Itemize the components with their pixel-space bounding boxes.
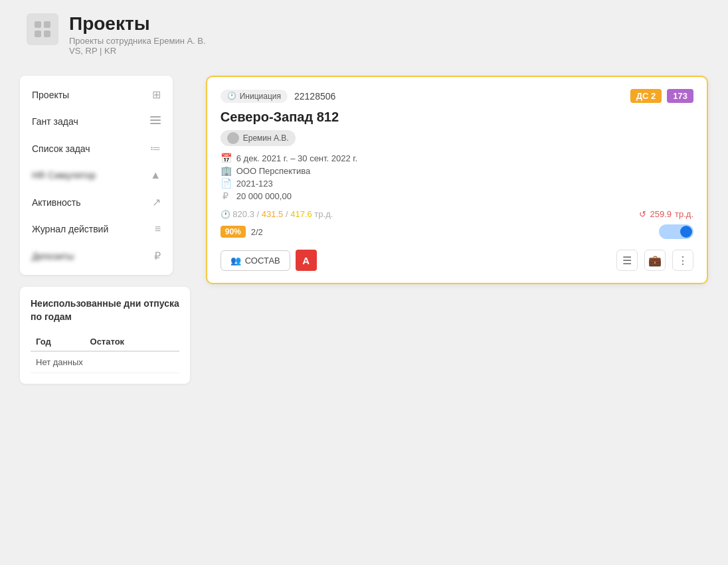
status-badge: 🕐 Инициация (221, 90, 288, 103)
svg-rect-2 (35, 31, 41, 37)
badge-ds: ДС 2 (630, 89, 662, 103)
card-footer-row: 👥 СОСТАВ A ☰ 💼 ⋮ (221, 250, 693, 271)
toggle-thumb (680, 226, 692, 238)
detail-amount: ₽ 20 000 000,00 (221, 191, 693, 201)
briefcase-button[interactable]: 💼 (644, 250, 666, 271)
card-header-row: 🕐 Инициация 22128506 ДС 2 173 (221, 89, 693, 103)
page-title: Проекты (69, 13, 206, 35)
assignee-chip: Еремин А.В. (221, 130, 296, 146)
sidebar-nav: Проекты ⊞ Гант задач Сп (20, 76, 173, 275)
header-icon (27, 13, 58, 45)
col-balance: Остаток (85, 333, 179, 351)
pct-badge: 90% (221, 226, 246, 238)
list-icon: ≔ (150, 142, 161, 155)
people-icon: 👥 (230, 256, 241, 266)
calendar-icon: 📅 (221, 153, 231, 163)
progress-left: 90% 2/2 (221, 226, 263, 238)
vacation-section: Неиспользованные дни отпускапо годам Год… (20, 287, 190, 384)
sidebar-item-deposits[interactable]: Депозиты ₽ (20, 242, 173, 270)
card-details: 📅 6 дек. 2021 г. – 30 сент. 2022 г. 🏢 ОО… (221, 153, 693, 201)
metrics-left: 🕐 820.3 / 431.5 / 417.6 тр.д. (221, 209, 333, 219)
grid-icon: ⊞ (152, 88, 161, 101)
svg-rect-5 (150, 120, 161, 121)
vacation-table: Год Остаток Нет данных (31, 333, 179, 373)
sidebar-item-gantt[interactable]: Гант задач (20, 108, 173, 135)
vacation-title: Неиспользованные дни отпускапо годам (31, 297, 179, 323)
avatar (227, 132, 239, 144)
card-title: Северо-Запад 812 (221, 110, 693, 125)
card-metrics-row: 🕐 820.3 / 431.5 / 417.6 тр.д. ↺ 259.9 тр… (221, 209, 693, 219)
btn-a[interactable]: A (296, 250, 317, 271)
card-number: 22128506 (294, 91, 335, 102)
toggle-track[interactable] (659, 224, 693, 239)
briefcase-icon: 💼 (648, 254, 662, 267)
svg-rect-6 (150, 123, 161, 124)
more-button[interactable]: ⋮ (672, 250, 693, 271)
page-header: Проекты Проекты сотрудника Еремин А. В. … (20, 13, 708, 56)
sidebar-item-activity[interactable]: Активность ↗ (20, 189, 173, 216)
chart-icon: ▲ (150, 169, 161, 181)
ruble-icon: ₽ (154, 250, 161, 262)
project-card: 🕐 Инициация 22128506 ДС 2 173 Северо-Зап… (206, 76, 708, 284)
sidebar-item-tasks[interactable]: Список задач ≔ (20, 135, 173, 162)
svg-rect-3 (44, 31, 50, 37)
list-view-button[interactable]: ☰ (616, 250, 638, 271)
detail-company: 🏢 ООО Перспектива (221, 165, 693, 176)
main-content: Проекты ⊞ Гант задач Сп (20, 76, 708, 384)
page-subtitle: Проекты сотрудника Еремин А. В. VS, RP |… (69, 36, 206, 56)
footer-left: 👥 СОСТАВ A (221, 250, 317, 271)
activity-icon: ↗ (152, 196, 161, 208)
svg-rect-1 (44, 21, 50, 28)
header-text-block: Проекты Проекты сотрудника Еремин А. В. … (69, 13, 206, 56)
svg-rect-0 (35, 21, 41, 28)
metrics-right: ↺ 259.9 тр.д. (639, 209, 693, 219)
left-panel: Проекты ⊞ Гант задач Сп (20, 76, 190, 384)
more-icon: ⋮ (678, 254, 688, 267)
tasks-count: 2/2 (251, 227, 263, 237)
sidebar-item-hr[interactable]: HR Симулятор ▲ (20, 162, 173, 189)
footer-right: ☰ 💼 ⋮ (616, 250, 693, 271)
list-view-icon: ☰ (622, 254, 632, 267)
detail-date: 📅 6 дек. 2021 г. – 30 сент. 2022 г. (221, 153, 693, 163)
svg-rect-4 (150, 116, 161, 118)
vacation-no-data-row: Нет данных (31, 351, 179, 373)
redo-icon: ↺ (639, 209, 646, 219)
toggle-area (659, 224, 693, 239)
sostav-button[interactable]: 👥 СОСТАВ (221, 250, 290, 271)
ruble-detail-icon: ₽ (221, 191, 231, 201)
sidebar-item-journal[interactable]: Журнал действий ≡ (20, 216, 173, 242)
clock-small-icon: 🕐 (221, 210, 230, 219)
gantt-icon (150, 116, 161, 127)
col-year: Год (31, 333, 85, 351)
journal-icon: ≡ (155, 223, 161, 235)
clock-icon: 🕐 (227, 92, 236, 100)
badge-num: 173 (667, 89, 693, 103)
card-progress-row: 90% 2/2 (221, 224, 693, 239)
card-header-badges: ДС 2 173 (630, 89, 693, 103)
building-icon: 🏢 (221, 165, 231, 176)
sidebar-item-projects[interactable]: Проекты ⊞ (20, 81, 173, 108)
detail-doc: 📄 2021-123 (221, 178, 693, 189)
card-header-left: 🕐 Инициация 22128506 (221, 90, 336, 103)
doc-icon: 📄 (221, 178, 231, 189)
